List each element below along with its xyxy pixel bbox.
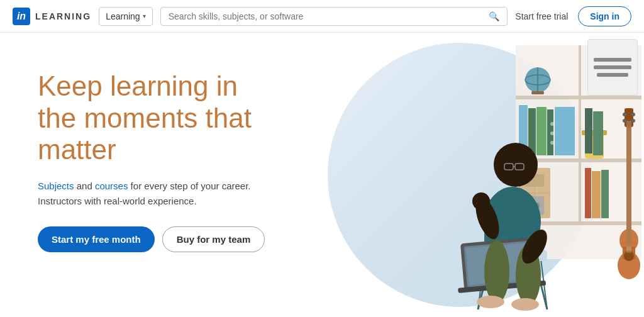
svg-rect-39 <box>625 108 633 127</box>
courses-link[interactable]: courses <box>95 181 128 191</box>
svg-rect-8 <box>531 91 544 94</box>
svg-rect-4 <box>579 45 581 221</box>
svg-point-18 <box>550 131 554 135</box>
buy-for-team-button[interactable]: Buy for my team <box>162 226 265 252</box>
svg-point-17 <box>550 122 554 126</box>
svg-point-68 <box>484 240 509 303</box>
shelf-decoration-1 <box>594 58 631 62</box>
subtitle-text-2: and <box>74 181 95 191</box>
start-free-trial-link[interactable]: Start free trial <box>515 11 568 21</box>
svg-point-41 <box>623 119 626 123</box>
search-icon[interactable]: 🔍 <box>489 11 499 21</box>
subjects-link[interactable]: Subjects <box>38 181 74 191</box>
svg-rect-24 <box>593 111 603 155</box>
cta-buttons: Start my free month Buy for my team <box>38 226 277 252</box>
svg-rect-20 <box>555 107 575 155</box>
svg-point-71 <box>511 298 539 311</box>
sign-in-button[interactable]: Sign in <box>578 6 631 26</box>
svg-point-40 <box>623 113 626 116</box>
learning-label: LEARNING <box>35 11 91 21</box>
search-bar: 🔍 <box>160 7 508 26</box>
header: in LEARNING Learning ▾ 🔍 Start free tria… <box>0 0 644 33</box>
svg-point-42 <box>631 113 635 116</box>
nav-dropdown-label: Learning <box>106 11 140 21</box>
svg-rect-23 <box>585 108 592 153</box>
svg-point-70 <box>477 296 504 308</box>
svg-point-58 <box>494 143 538 187</box>
illustration-section <box>302 33 644 317</box>
svg-point-43 <box>631 119 635 123</box>
header-right: Start free trial Sign in <box>515 6 631 26</box>
nav-dropdown[interactable]: Learning ▾ <box>99 7 153 26</box>
start-free-month-button[interactable]: Start my free month <box>38 226 155 252</box>
svg-rect-34 <box>601 170 609 218</box>
svg-point-63 <box>472 192 490 210</box>
chevron-down-icon: ▾ <box>143 13 146 19</box>
svg-point-19 <box>550 141 554 145</box>
text-section: Keep learning in the moments that matter… <box>0 33 302 317</box>
hero-title: Keep learning in the moments that matter <box>38 70 277 166</box>
search-input[interactable] <box>169 11 484 21</box>
svg-point-44 <box>624 251 634 261</box>
shelf-decoration-2 <box>594 65 631 69</box>
svg-rect-32 <box>585 168 591 218</box>
linkedin-logo: in <box>13 8 30 25</box>
svg-rect-15 <box>536 107 547 155</box>
shelf-decoration-3 <box>597 73 628 77</box>
logo-area: in LEARNING <box>13 8 91 25</box>
main-content: Keep learning in the moments that matter… <box>0 33 644 317</box>
hero-subtitle: Subjects and courses for every step of y… <box>38 179 252 209</box>
thumbnail-panel <box>587 39 638 96</box>
svg-rect-33 <box>592 171 601 218</box>
